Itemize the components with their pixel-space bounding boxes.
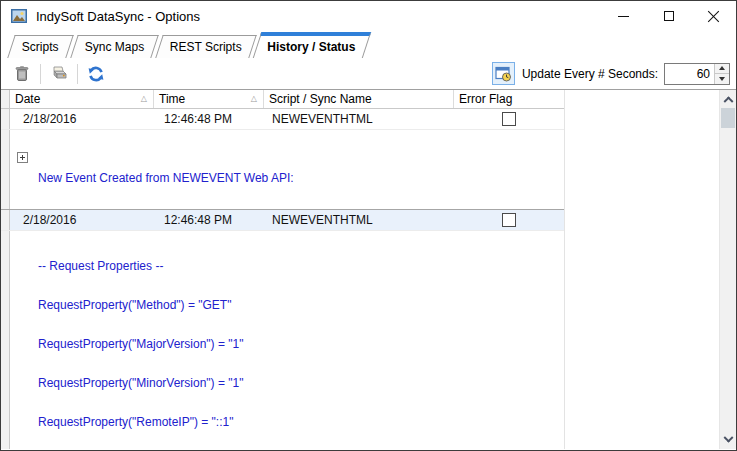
row-details: New Event Created from NEWEVENT Web API:… <box>1 130 564 209</box>
tab-history-status[interactable]: History / Status <box>253 32 371 58</box>
detail-line: RequestProperty("MajorVersion") = "1" <box>38 338 564 351</box>
tab-bar: Scripts Sync Maps REST Scripts History /… <box>1 31 736 58</box>
cell-time: 12:46:48 PM <box>154 210 264 230</box>
row-indicator <box>1 109 10 129</box>
detail-line: New Event Created from NEWEVENT Web API: <box>38 172 564 185</box>
column-header-error-flag[interactable]: Error Flag <box>454 90 564 108</box>
tab-sync-maps[interactable]: Sync Maps <box>70 35 159 58</box>
vertical-scrollbar[interactable] <box>719 90 736 449</box>
spinner-down-icon <box>719 77 725 81</box>
row-indicator <box>1 231 10 449</box>
tab-rest-scripts[interactable]: REST Scripts <box>155 35 256 58</box>
titlebar: IndySoft DataSync - Options <box>1 1 736 31</box>
chevron-up-icon <box>723 96 733 106</box>
toolbar-separator <box>40 64 41 84</box>
chevron-down-icon <box>723 433 733 443</box>
scroll-down-button[interactable] <box>720 432 736 449</box>
spinner-down-button[interactable] <box>715 74 729 84</box>
sort-ascending-icon: △ <box>141 95 147 103</box>
cell-time: 12:46:48 PM <box>154 109 264 129</box>
update-interval-spinner <box>664 63 730 85</box>
update-interval-label: Update Every # Seconds: <box>522 67 658 81</box>
close-button[interactable] <box>691 1 736 31</box>
print-icon <box>50 65 69 82</box>
toolbar: Update Every # Seconds: <box>1 58 736 89</box>
column-header-time[interactable]: Time △ <box>154 90 264 108</box>
auto-update-toggle-icon <box>495 66 512 82</box>
auto-update-toggle-button[interactable] <box>492 62 515 85</box>
minimize-icon <box>618 16 629 17</box>
detail-line: -- Request Properties -- <box>38 260 564 273</box>
delete-icon <box>14 65 30 82</box>
row-indicator <box>1 130 10 209</box>
scroll-up-button[interactable] <box>720 90 736 107</box>
cell-script-sync-name: NEWEVENTHTML <box>264 109 454 129</box>
tab-scripts[interactable]: Scripts <box>7 35 73 58</box>
cell-script-sync-name: NEWEVENTHTML <box>264 210 454 230</box>
history-grid: Date △ Time △ Script / Sync Name Error F… <box>1 89 736 449</box>
app-icon <box>10 8 28 24</box>
close-icon <box>708 10 720 22</box>
refresh-icon <box>87 65 105 83</box>
spinner-up-icon <box>719 66 725 70</box>
row-indicator <box>1 210 10 230</box>
minimize-button[interactable] <box>601 1 646 31</box>
print-button[interactable] <box>46 62 72 86</box>
grid-right-border <box>564 90 565 449</box>
detail-line: RequestProperty("Method") = "GET" <box>38 299 564 312</box>
grid-header: Date △ Time △ Script / Sync Name Error F… <box>1 90 564 109</box>
sort-ascending-icon: △ <box>251 95 257 103</box>
row-details: -- Request Properties -- RequestProperty… <box>1 231 564 449</box>
error-flag-checkbox[interactable] <box>502 213 516 227</box>
table-row[interactable]: 2/18/2016 12:46:48 PM NEWEVENTHTML <box>1 109 564 130</box>
maximize-icon <box>664 11 674 21</box>
maximize-button[interactable] <box>646 1 691 31</box>
cell-error-flag <box>454 109 564 129</box>
app-window: IndySoft DataSync - Options Scripts Sync… <box>0 0 737 451</box>
table-row[interactable]: 2/18/2016 12:46:48 PM NEWEVENTHTML <box>1 209 564 231</box>
cell-error-flag <box>454 210 564 230</box>
column-header-date[interactable]: Date △ <box>10 90 154 108</box>
window-title: IndySoft DataSync - Options <box>36 9 200 24</box>
spinner-up-button[interactable] <box>715 64 729 75</box>
update-interval-input[interactable] <box>665 64 714 84</box>
error-flag-checkbox[interactable] <box>502 112 516 126</box>
scrollbar-thumb[interactable] <box>721 108 735 128</box>
detail-line: RequestProperty("MinorVersion") = "1" <box>38 377 564 390</box>
row-indicator-header <box>1 90 10 108</box>
refresh-button[interactable] <box>83 62 109 86</box>
expand-plus-icon[interactable] <box>17 152 28 163</box>
cell-date: 2/18/2016 <box>10 109 154 129</box>
cell-date: 2/18/2016 <box>10 210 154 230</box>
delete-button[interactable] <box>9 62 35 86</box>
toolbar-separator <box>77 64 78 84</box>
detail-line: RequestProperty("RemoteIP") = "::1" <box>38 416 564 429</box>
column-header-script-sync-name[interactable]: Script / Sync Name <box>264 90 454 108</box>
